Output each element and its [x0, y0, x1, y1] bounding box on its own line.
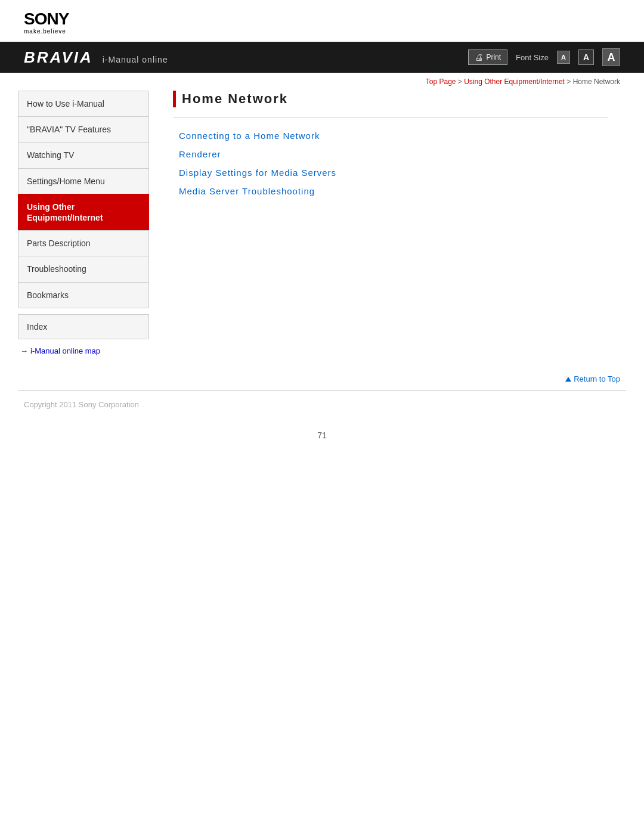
- link-media-server-troubleshooting[interactable]: Media Server Troubleshooting: [179, 186, 608, 196]
- sidebar-item-parts-desc[interactable]: Parts Description: [18, 230, 149, 256]
- breadcrumb-sep1: >: [458, 78, 464, 86]
- font-small-button[interactable]: A: [557, 51, 570, 64]
- sidebar-item-using-other[interactable]: Using Other Equipment/Internet: [18, 194, 149, 230]
- logo-area: SONY make.believe: [0, 0, 644, 42]
- sidebar-item-index[interactable]: Index: [18, 314, 149, 339]
- sony-brand-text: SONY: [24, 11, 69, 27]
- manual-label: i-Manual online: [103, 55, 168, 64]
- triangle-up-icon: [565, 377, 571, 382]
- content-area: Home Network Connecting to a Home Networ…: [149, 91, 626, 355]
- sidebar-item-troubleshooting[interactable]: Troubleshooting: [18, 256, 149, 281]
- print-label: Print: [486, 53, 501, 61]
- title-accent-bar: [173, 91, 176, 107]
- sidebar-item-how-to-use[interactable]: How to Use i-Manual: [18, 91, 149, 116]
- link-renderer[interactable]: Renderer: [179, 149, 608, 159]
- top-bar-controls: 🖨 Print Font Size A A A: [468, 48, 620, 66]
- return-to-top-link[interactable]: Return to Top: [565, 374, 620, 383]
- return-top-bar: Return to Top: [0, 367, 644, 390]
- arrow-right-icon: →: [20, 346, 28, 355]
- font-large-button[interactable]: A: [602, 48, 620, 66]
- breadcrumb-top-page[interactable]: Top Page: [426, 78, 456, 86]
- link-connecting-home-network[interactable]: Connecting to a Home Network: [179, 131, 608, 141]
- breadcrumb-current: Home Network: [573, 78, 620, 86]
- main-layout: How to Use i-Manual "BRAVIA" TV Features…: [0, 91, 644, 355]
- sidebar-map-link: → i-Manual online map: [18, 346, 149, 355]
- breadcrumb-sep2: >: [566, 78, 572, 86]
- title-divider: [173, 117, 608, 117]
- page-title-row: Home Network: [173, 91, 608, 107]
- breadcrumb: Top Page > Using Other Equipment/Interne…: [0, 73, 644, 88]
- top-bar: BRAVIA i-Manual online 🖨 Print Font Size…: [0, 42, 644, 73]
- manual-map-link[interactable]: → i-Manual online map: [20, 346, 149, 355]
- footer-copyright: Copyright 2011 Sony Corporation: [0, 391, 644, 419]
- sidebar-item-bookmarks[interactable]: Bookmarks: [18, 282, 149, 308]
- breadcrumb-section[interactable]: Using Other Equipment/Internet: [464, 78, 565, 86]
- sidebar: How to Use i-Manual "BRAVIA" TV Features…: [18, 91, 149, 355]
- bravia-brand: BRAVIA: [24, 48, 93, 67]
- sony-tagline: make.believe: [24, 28, 69, 35]
- print-icon: 🖨: [475, 52, 483, 62]
- sony-logo: SONY make.believe: [24, 11, 69, 35]
- sidebar-item-bravia-features[interactable]: "BRAVIA" TV Features: [18, 116, 149, 142]
- map-link-text: i-Manual online map: [30, 346, 100, 355]
- content-links: Connecting to a Home Network Renderer Di…: [173, 131, 608, 196]
- print-button[interactable]: 🖨 Print: [468, 49, 507, 65]
- page-title: Home Network: [182, 91, 288, 107]
- font-size-label: Font Size: [516, 53, 549, 62]
- page-number: 71: [0, 419, 644, 458]
- link-display-settings[interactable]: Display Settings for Media Servers: [179, 168, 608, 178]
- sidebar-item-settings-home[interactable]: Settings/Home Menu: [18, 168, 149, 194]
- font-medium-button[interactable]: A: [578, 49, 594, 65]
- bravia-title: BRAVIA i-Manual online: [24, 48, 168, 67]
- sidebar-item-watching-tv[interactable]: Watching TV: [18, 142, 149, 168]
- return-top-text: Return to Top: [574, 374, 620, 383]
